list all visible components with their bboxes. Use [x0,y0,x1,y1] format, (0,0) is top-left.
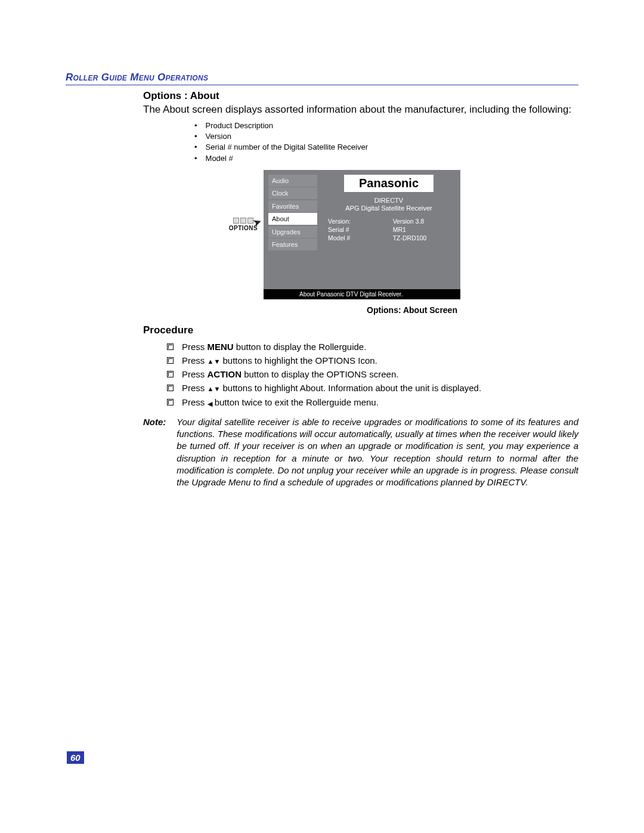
step-text: buttons to highlight About. Information … [220,383,481,393]
tv-screenshot: Audio Clock Favorites About Upgrades Fea… [264,170,460,299]
menu-item-upgrades[interactable]: Upgrades [268,226,317,238]
up-arrow-icon [208,355,214,366]
procedure-steps: Press MENU button to display the Rollerg… [167,340,578,409]
step-2: Press buttons to highlight the OPTIONS I… [167,354,578,367]
step-text: button twice to exit the Rollerguide men… [212,397,379,407]
step-1: Press MENU button to display the Rollerg… [167,340,578,354]
menu-item-audio[interactable]: Audio [268,175,317,187]
step-text: buttons to highlight the OPTIONS Icon. [220,355,377,366]
step-text: button to display the Rollerguide. [234,342,367,352]
row-label: Model # [328,234,377,241]
content-column: Options : About The About screen display… [143,90,578,488]
step-text: Press [182,342,208,352]
bullet-icon [194,131,197,142]
about-info-panel: Panasonic DIRECTV APG Digital Satellite … [317,175,460,289]
row-label: Serial # [328,226,377,233]
provider-label: DIRECTV [324,197,453,205]
checkbox-icon [167,357,174,364]
menu-item-clock[interactable]: Clock [268,187,317,199]
screenshot-area: ➤ OPTIONS Audio Clock Favorites About Up… [227,170,578,299]
down-arrow-icon [213,383,220,393]
checkbox-icon [167,399,174,405]
bullet-icon [194,120,197,131]
bullet-icon [194,153,197,164]
row-label: Version: [328,218,377,225]
bullet-text: Version [206,131,231,142]
step-3: Press ACTION button to display the OPTIO… [167,367,578,381]
up-arrow-icon [208,383,214,393]
step-text: Press [182,397,208,407]
bullet-icon [194,142,197,153]
page-number: 60 [67,751,84,764]
note-body: Your digital satellite receiver is able … [177,416,578,489]
options-remote-icon: ➤ OPTIONS [227,218,260,231]
menu-item-about[interactable]: About [268,213,317,225]
row-value: TZ-DRD100 [393,234,453,241]
tv-status-bar: About Panasonic DTV Digital Receiver. [264,289,460,299]
menu-item-favorites[interactable]: Favorites [268,200,317,212]
about-bullets: Product Description Version Serial # num… [194,120,578,164]
step-5: Press button twice to exit the Rollergui… [167,395,578,409]
step-4: Press buttons to highlight About. Inform… [167,381,578,395]
note-block: Note: Your digital satellite receiver is… [143,416,578,489]
row-value: Version 3.8 [393,218,453,225]
note-label: Note: [143,416,166,489]
action-keyword: ACTION [208,369,242,379]
bullet-text: Serial # number of the Digital Satellite… [206,142,368,153]
procedure-heading: Procedure [143,324,578,336]
options-about-heading: Options : About [143,90,578,102]
step-text: button to display the OPTIONS screen. [242,369,398,379]
options-label: OPTIONS [229,225,258,231]
brand-logo: Panasonic [344,175,434,192]
manual-page: Roller Guide Menu Operations Options : A… [66,72,578,488]
checkbox-icon [167,371,174,377]
options-menu: Audio Clock Favorites About Upgrades Fea… [264,175,317,289]
down-arrow-icon [213,355,220,366]
step-text: Press [182,369,208,379]
remote-tiles-icon [233,218,253,224]
bullet-text: Product Description [206,120,273,131]
product-description: APG Digital Satellite Receiver [324,205,453,213]
bullet-text: Model # [206,153,233,164]
checkbox-icon [167,385,174,391]
intro-paragraph: The About screen displays assorted infor… [143,103,578,117]
screenshot-caption: Options: About Screen [246,305,578,315]
menu-keyword: MENU [208,342,234,352]
left-arrow-icon [208,397,212,407]
menu-item-features[interactable]: Features [268,239,317,250]
section-header: Roller Guide Menu Operations [66,72,578,85]
checkbox-icon [167,343,174,350]
step-text: Press [182,383,208,393]
step-text: Press [182,355,208,366]
row-value: MR1 [393,226,453,233]
